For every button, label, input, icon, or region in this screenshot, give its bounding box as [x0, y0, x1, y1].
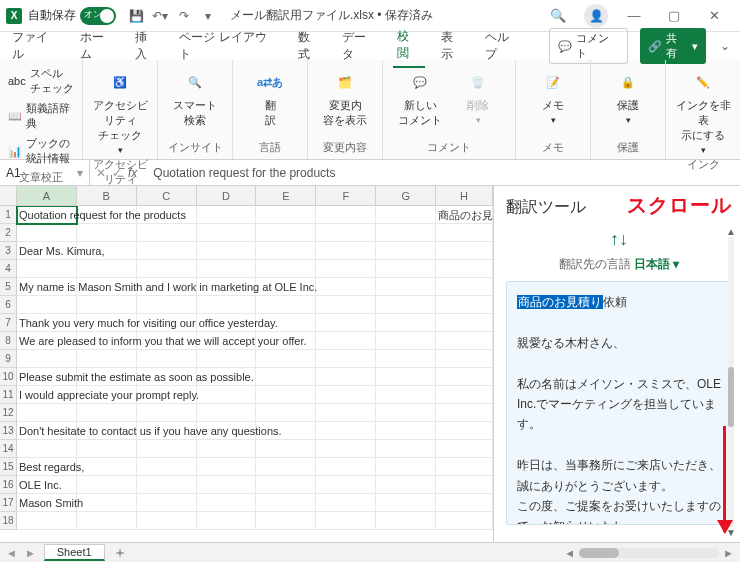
cell[interactable] — [256, 224, 316, 242]
cell[interactable] — [436, 260, 493, 278]
cell[interactable] — [256, 350, 316, 368]
cell[interactable]: Don't hesitate to contact us if you have… — [17, 422, 77, 440]
cell[interactable] — [256, 296, 316, 314]
cell[interactable] — [436, 368, 493, 386]
cell[interactable] — [376, 242, 436, 260]
cell[interactable] — [436, 512, 493, 530]
cell[interactable] — [376, 440, 436, 458]
cell[interactable] — [376, 476, 436, 494]
cell[interactable] — [376, 206, 436, 224]
cell[interactable] — [436, 458, 493, 476]
translation-output[interactable]: 商品のお見積り依頼 親愛なる木村さん、 私の名前はメイソン・スミスで、OLE I… — [506, 281, 732, 525]
cell[interactable] — [77, 260, 137, 278]
column-header[interactable]: G — [376, 186, 436, 206]
accessibility-check-button[interactable]: ♿アクセシビリティ チェック▾ — [91, 64, 149, 155]
cell[interactable] — [256, 404, 316, 422]
cell[interactable] — [376, 260, 436, 278]
cell[interactable] — [316, 404, 376, 422]
cell[interactable] — [77, 296, 137, 314]
cell[interactable] — [17, 224, 77, 242]
cell[interactable]: OLE Inc. — [17, 476, 77, 494]
cell[interactable] — [137, 260, 197, 278]
cell[interactable] — [197, 512, 257, 530]
select-all-corner[interactable] — [0, 186, 17, 206]
cell[interactable] — [316, 260, 376, 278]
hscroll-right-icon[interactable]: ► — [723, 547, 734, 559]
scrollbar-thumb[interactable] — [728, 367, 734, 427]
cell[interactable] — [197, 296, 257, 314]
cell[interactable] — [197, 350, 257, 368]
row-header[interactable]: 4 — [0, 260, 17, 278]
cell[interactable] — [316, 224, 376, 242]
cell[interactable] — [316, 512, 376, 530]
cell[interactable] — [137, 224, 197, 242]
cell[interactable]: We are pleased to inform you that we wil… — [17, 332, 77, 350]
cell[interactable]: Quotation request for the products — [17, 206, 77, 224]
delete-comment-button[interactable]: 🗑️削除▾ — [449, 64, 507, 125]
cell[interactable] — [77, 458, 137, 476]
cell[interactable] — [77, 350, 137, 368]
cell[interactable] — [376, 422, 436, 440]
cell[interactable] — [197, 458, 257, 476]
cell[interactable] — [197, 386, 257, 404]
cell[interactable] — [256, 242, 316, 260]
new-sheet-button[interactable]: ＋ — [113, 544, 127, 562]
scroll-up-icon[interactable]: ▲ — [726, 226, 736, 237]
cell[interactable]: Please submit the estimate as soon as po… — [17, 368, 77, 386]
sheet-tab[interactable]: Sheet1 — [44, 544, 105, 561]
cell[interactable] — [436, 476, 493, 494]
hscroll-left-icon[interactable]: ◄ — [564, 547, 575, 559]
cell[interactable] — [436, 386, 493, 404]
translate-button[interactable]: a⇄あ翻 訳 — [241, 64, 299, 128]
hide-ink-button[interactable]: ✏️インクを非表 示にする▾ — [674, 64, 732, 155]
cell[interactable] — [316, 368, 376, 386]
cell[interactable] — [137, 476, 197, 494]
cell[interactable] — [137, 512, 197, 530]
cell[interactable] — [256, 260, 316, 278]
cell[interactable] — [137, 458, 197, 476]
undo-icon[interactable]: ↶▾ — [149, 5, 171, 27]
cell[interactable] — [316, 206, 376, 224]
column-header[interactable]: E — [256, 186, 316, 206]
cell[interactable] — [316, 350, 376, 368]
cell[interactable] — [17, 296, 77, 314]
cell[interactable] — [376, 314, 436, 332]
cell[interactable] — [376, 368, 436, 386]
row-header[interactable]: 7 — [0, 314, 17, 332]
cell[interactable] — [316, 458, 376, 476]
sheet-nav-next[interactable]: ► — [25, 547, 36, 559]
cell[interactable] — [436, 422, 493, 440]
spreadsheet-grid[interactable]: ABCDEFGH 1Quotation request for the prod… — [0, 186, 494, 542]
row-header[interactable]: 16 — [0, 476, 17, 494]
row-header[interactable]: 14 — [0, 440, 17, 458]
pane-scrollbar[interactable]: ▲ ▼ — [724, 226, 738, 538]
show-changes-button[interactable]: 🗂️変更内 容を表示 — [316, 64, 374, 128]
cell[interactable] — [436, 494, 493, 512]
cell[interactable] — [316, 242, 376, 260]
row-header[interactable]: 5 — [0, 278, 17, 296]
cell[interactable] — [77, 494, 137, 512]
cell[interactable] — [256, 206, 316, 224]
cell[interactable] — [376, 494, 436, 512]
cell[interactable] — [197, 494, 257, 512]
formula-input[interactable]: Quotation request for the products — [149, 166, 740, 180]
cell[interactable] — [376, 386, 436, 404]
cell[interactable] — [137, 296, 197, 314]
cell[interactable] — [256, 512, 316, 530]
cell[interactable] — [316, 476, 376, 494]
row-header[interactable]: 15 — [0, 458, 17, 476]
cell[interactable] — [17, 350, 77, 368]
cell[interactable] — [17, 260, 77, 278]
row-header[interactable]: 11 — [0, 386, 17, 404]
cell[interactable] — [436, 332, 493, 350]
cell[interactable] — [197, 260, 257, 278]
fx-icon[interactable]: fx — [128, 166, 137, 180]
cell[interactable] — [436, 350, 493, 368]
cell[interactable] — [376, 332, 436, 350]
maximize-button[interactable]: ▢ — [654, 2, 694, 30]
cell[interactable] — [137, 404, 197, 422]
cell[interactable]: Thank you very much for visiting our off… — [17, 314, 77, 332]
close-button[interactable]: ✕ — [694, 2, 734, 30]
cell[interactable] — [197, 476, 257, 494]
cell[interactable] — [316, 422, 376, 440]
